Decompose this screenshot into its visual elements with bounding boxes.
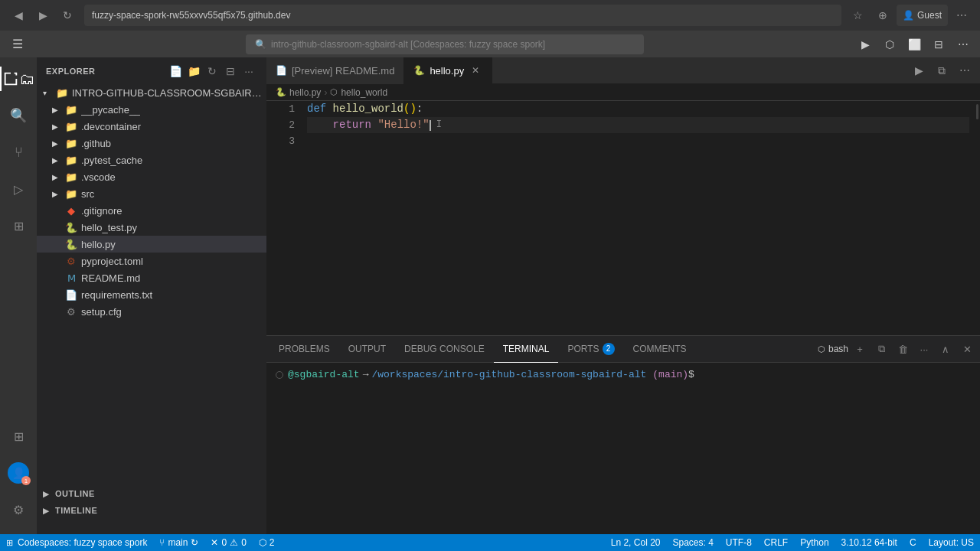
error-count: 0 <box>221 537 227 548</box>
root-folder[interactable]: ▾ 📁 INTRO-GITHUB-CLASSROOM-SGBAIRD-ALT [… <box>37 84 266 101</box>
tab-hello-py[interactable]: 🐍 hello.py ✕ <box>404 57 492 84</box>
refresh-explorer-button[interactable]: ↻ <box>204 63 220 80</box>
close-panel-button[interactable]: ✕ <box>957 339 977 359</box>
panel-tab-ports[interactable]: PORTS 2 <box>558 336 623 363</box>
file-name: hello_test.py <box>81 222 137 233</box>
terminal-prompt: @sgbaird-alt → /workspaces/intro-github-… <box>276 367 971 383</box>
spaces-status[interactable]: Spaces: 4 <box>666 534 719 551</box>
command-palette-input[interactable]: 🔍 intro-github-classroom-sgbaird-alt [Co… <box>246 34 644 54</box>
file-pyproject-toml[interactable]: ▶ ⚙ pyproject.toml <box>37 253 266 269</box>
sidebar-item-extensions[interactable]: ⊞ <box>0 207 37 244</box>
sidebar-item-run-debug[interactable]: ▷ <box>0 171 37 207</box>
toggle-secondary-sidebar-button[interactable]: ⬡ <box>879 34 900 55</box>
file-setup-cfg[interactable]: ▶ ⚙ setup.cfg <box>37 303 266 320</box>
split-editor-button[interactable]: ⧉ <box>931 60 952 81</box>
folder-src[interactable]: ▶ 📁 src <box>37 185 266 202</box>
folder-arrow: ▶ <box>52 122 64 131</box>
file-hello-test[interactable]: ▶ 🐍 hello_test.py <box>37 219 266 236</box>
sidebar-item-explorer[interactable]: 🗂 <box>0 60 37 97</box>
folder-pycache[interactable]: ▶ 📁 __pycache__ <box>37 101 266 118</box>
tab-label: hello.py <box>430 65 464 77</box>
folder-pytest-cache[interactable]: ▶ 📁 .pytest_cache <box>37 152 266 168</box>
bash-icon: ⬡ <box>818 344 825 354</box>
file-hello-py[interactable]: ▶ 🐍 hello.py <box>37 236 266 253</box>
cursor-position-status[interactable]: Ln 2, Col 20 <box>605 534 667 551</box>
code-editor[interactable]: 1 2 3 def hello_world(): return "Hello!"… <box>266 101 980 335</box>
new-folder-button[interactable]: 📁 <box>185 63 202 80</box>
layout-status[interactable]: Layout: US <box>923 534 980 551</box>
refresh-button[interactable]: ↻ <box>57 5 78 26</box>
file-name: requirements.txt <box>81 289 152 301</box>
panel-tab-problems[interactable]: PROBLEMS <box>270 336 339 363</box>
editor-more-button[interactable]: ⋯ <box>954 60 975 81</box>
sidebar-item-search[interactable]: 🔍 <box>0 97 37 134</box>
timeline-section[interactable]: ▶ TIMELINE <box>37 502 266 519</box>
keyword-def: def <box>307 101 333 117</box>
codespaces-status[interactable]: ⊞ Codespaces: fuzzy space spork <box>0 534 153 551</box>
forward-button[interactable]: ▶ <box>32 5 54 26</box>
file-readme[interactable]: ▶ Ⅿ README.md <box>37 269 266 286</box>
hamburger-menu-button[interactable]: ☰ <box>6 33 29 56</box>
bookmark-button[interactable]: ☆ <box>848 5 869 26</box>
tab-label: [Preview] README.md <box>292 65 394 77</box>
new-file-button[interactable]: 📄 <box>167 63 184 80</box>
browser-profile-button[interactable]: ⊕ <box>872 5 893 26</box>
indent-status[interactable]: C <box>903 534 923 551</box>
collapse-folders-button[interactable]: ⊟ <box>222 63 239 80</box>
folder-name: .devcontainer <box>81 121 141 132</box>
file-gitignore[interactable]: ▶ ◆ .gitignore <box>37 202 266 219</box>
tab-close-button[interactable]: ✕ <box>469 64 482 77</box>
code-line-2: return "Hello!" I <box>307 117 969 133</box>
vscode-container: ☰ 🔍 intro-github-classroom-sgbaird-alt [… <box>0 31 980 551</box>
code-content[interactable]: def hello_world(): return "Hello!" I <box>301 101 969 335</box>
settings-button[interactable]: ⚙ <box>0 491 37 528</box>
terminal-panel: PROBLEMS OUTPUT DEBUG CONSOLE TERMINAL P… <box>266 335 980 534</box>
more-actions-button[interactable]: ⋯ <box>952 34 974 55</box>
breadcrumb-symbol[interactable]: ⬡ hello_world <box>330 87 387 98</box>
problems-label: PROBLEMS <box>279 344 330 354</box>
panel-more-button[interactable]: ··· <box>914 339 934 359</box>
language-status[interactable]: Python <box>794 534 835 551</box>
kill-terminal-button[interactable]: 🗑 <box>893 339 913 359</box>
add-terminal-button[interactable]: + <box>850 339 870 359</box>
python-version-status[interactable]: 3.10.12 64-bit <box>835 534 903 551</box>
run-menu-button[interactable]: ▶ <box>854 34 876 55</box>
back-button[interactable]: ◀ <box>8 5 29 26</box>
panel-tab-terminal[interactable]: TERMINAL <box>494 336 559 363</box>
breadcrumb-file[interactable]: 🐍 hello.py <box>276 87 321 98</box>
run-button[interactable]: ▶ <box>908 60 929 81</box>
debug-console-label: DEBUG CONSOLE <box>404 344 485 354</box>
errors-status[interactable]: ✕ 0 ⚠ 0 <box>204 534 252 551</box>
python-icon: 🐍 <box>64 220 78 234</box>
sidebar-item-source-control[interactable]: ⑂ <box>0 134 37 171</box>
guest-button[interactable]: 👤 Guest <box>897 5 948 26</box>
encoding-status[interactable]: UTF-8 <box>720 534 758 551</box>
folder-github[interactable]: ▶ 📁 .github <box>37 135 266 152</box>
folder-devcontainer[interactable]: ▶ 📁 .devcontainer <box>37 118 266 135</box>
main-area: 🗂 🔍 ⑂ ▷ ⊞ ⊞ 👤 <box>0 57 980 534</box>
panel-tab-comments[interactable]: COMMENTS <box>624 336 696 363</box>
ports-status[interactable]: ⬡ 2 <box>253 534 281 551</box>
file-name: pyproject.toml <box>81 256 143 267</box>
panel-tab-output[interactable]: OUTPUT <box>339 336 395 363</box>
panel-tab-debug-console[interactable]: DEBUG CONSOLE <box>395 336 494 363</box>
title-bar-right: ▶ ⬡ ⬜ ⊟ ⋯ <box>854 34 980 55</box>
browser-more-button[interactable]: ⋯ <box>951 5 972 26</box>
file-requirements[interactable]: ▶ 📄 requirements.txt <box>37 286 266 303</box>
git-branch-status[interactable]: ⑂ main ↻ <box>153 534 204 551</box>
maximize-panel-button[interactable]: ∧ <box>936 339 956 359</box>
folder-vscode[interactable]: ▶ 📁 .vscode <box>37 168 266 185</box>
terminal-content[interactable]: @sgbaird-alt → /workspaces/intro-github-… <box>266 363 980 534</box>
outline-section[interactable]: ▶ OUTLINE <box>37 485 266 502</box>
tab-readme-preview[interactable]: 📄 [Preview] README.md <box>266 57 404 84</box>
line-ending-status[interactable]: CRLF <box>758 534 794 551</box>
remote-button[interactable]: ⊞ <box>0 418 37 455</box>
accounts-button[interactable]: 👤 1 <box>0 455 37 491</box>
customize-layout-button[interactable]: ⊟ <box>928 34 949 55</box>
error-icon: ✕ <box>211 537 218 548</box>
split-terminal-button[interactable]: ⧉ <box>871 339 891 359</box>
address-bar[interactable]: fuzzy-space-spork-rw55xxvv55qf5x75.githu… <box>84 5 841 26</box>
ports-badge: 2 <box>603 343 615 355</box>
toggle-panel-button[interactable]: ⬜ <box>903 34 925 55</box>
sidebar-more-button[interactable]: ··· <box>240 63 257 80</box>
